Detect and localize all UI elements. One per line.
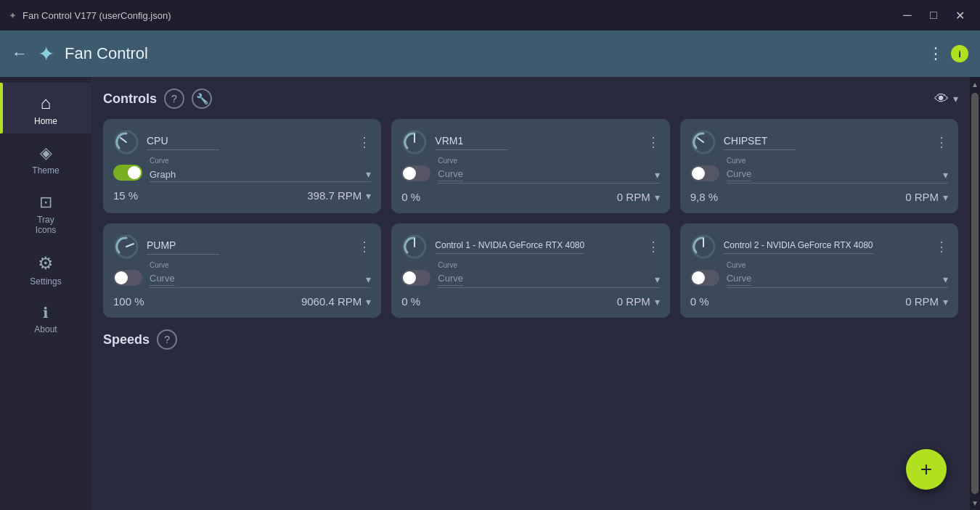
chipset-toggle[interactable] bbox=[690, 165, 719, 181]
vrm1-rpm: 0 RPM bbox=[617, 191, 650, 203]
pump-rpm: 9060.4 RPM bbox=[301, 295, 362, 308]
sidebar-item-theme[interactable]: ◈ Theme bbox=[0, 133, 91, 183]
controls-title: Controls bbox=[103, 91, 157, 107]
vrm1-more-button[interactable]: ⋮ bbox=[647, 134, 660, 150]
maximize-button[interactable]: □ bbox=[922, 4, 945, 27]
speeds-help-button[interactable]: ? bbox=[157, 329, 177, 350]
control2-percent: 0 % bbox=[690, 295, 709, 308]
chipset-curve-sublabel: Curve bbox=[727, 157, 746, 165]
control1-stats-row: 0 % 0 RPM ▾ bbox=[401, 295, 659, 308]
vrm1-card-top: VRM1 ⋮ bbox=[401, 129, 659, 155]
pump-card-top-left: PUMP bbox=[113, 234, 219, 260]
sidebar-item-home[interactable]: ⌂ Home bbox=[0, 83, 91, 133]
content-area: Controls ? 🔧 👁 ▾ bbox=[91, 77, 970, 510]
control2-rpm: 0 RPM bbox=[905, 295, 939, 308]
info-badge[interactable]: i bbox=[951, 45, 968, 62]
pump-curve-sublabel: Curve bbox=[150, 261, 169, 269]
control2-gauge-icon bbox=[690, 234, 716, 260]
control2-rpm-dropdown[interactable]: ▾ bbox=[943, 296, 948, 308]
pump-curve-value: Curve bbox=[150, 273, 175, 286]
cpu-stats-row: 15 % 398.7 RPM ▾ bbox=[113, 189, 371, 202]
scrollbar-up-button[interactable]: ▲ bbox=[970, 77, 980, 91]
cpu-curve-value: Graph bbox=[150, 169, 176, 180]
control1-gauge-icon bbox=[401, 234, 428, 260]
pump-gauge-icon bbox=[113, 234, 139, 260]
pump-stats-row: 100 % 9060.4 RPM ▾ bbox=[113, 295, 371, 308]
close-button[interactable]: ✕ bbox=[948, 4, 971, 27]
vrm1-toggle[interactable] bbox=[401, 165, 430, 181]
minimize-button[interactable]: ─ bbox=[896, 4, 919, 27]
scrollbar-thumb[interactable] bbox=[971, 93, 979, 494]
control1-card-name: Control 1 - NVIDIA GeForce RTX 4080 bbox=[435, 240, 584, 254]
pump-card: PUMP ⋮ Curve Curve ▾ bbox=[103, 223, 381, 318]
control2-toggle[interactable] bbox=[690, 270, 719, 286]
vrm1-curve-sublabel: Curve bbox=[438, 157, 457, 165]
control1-more-button[interactable]: ⋮ bbox=[647, 239, 660, 255]
chipset-more-button[interactable]: ⋮ bbox=[935, 134, 948, 150]
controls-help-button[interactable]: ? bbox=[164, 89, 184, 109]
sidebar-item-about[interactable]: ℹ About bbox=[0, 294, 91, 342]
vrm1-curve-dropdown[interactable]: ▾ bbox=[655, 169, 660, 181]
cpu-rpm-area: 398.7 RPM ▾ bbox=[307, 189, 371, 202]
controls-header-right: 👁 ▾ bbox=[934, 91, 958, 107]
cpu-more-button[interactable]: ⋮ bbox=[358, 134, 371, 150]
vrm1-rpm-area: 0 RPM ▾ bbox=[617, 191, 660, 203]
control2-card-name: Control 2 - NVIDIA GeForce RTX 4080 bbox=[724, 240, 873, 254]
control1-rpm-dropdown[interactable]: ▾ bbox=[655, 296, 660, 308]
more-options-button[interactable]: ⋮ bbox=[928, 44, 944, 63]
chipset-rpm-dropdown[interactable]: ▾ bbox=[943, 192, 948, 203]
sidebar-label-settings: Settings bbox=[30, 276, 61, 287]
cpu-toggle[interactable] bbox=[113, 165, 142, 181]
vrm1-curve-value: Curve bbox=[438, 168, 463, 181]
scrollbar-down-button[interactable]: ▼ bbox=[970, 495, 980, 510]
settings-icon: ⚙ bbox=[38, 253, 54, 273]
controls-section-header: Controls ? 🔧 👁 ▾ bbox=[103, 89, 958, 109]
pump-percent: 100 % bbox=[113, 295, 144, 308]
cpu-rpm-dropdown[interactable]: ▾ bbox=[366, 190, 371, 202]
sidebar-item-tray-icons[interactable]: ⊡ TrayIcons bbox=[0, 183, 91, 243]
pump-curve-dropdown[interactable]: ▾ bbox=[366, 273, 371, 285]
control1-toggle[interactable] bbox=[401, 270, 430, 286]
control1-curve-row: Curve Curve ▾ bbox=[401, 267, 659, 288]
chipset-card: CHIPSET ⋮ Curve Curve ▾ bbox=[680, 119, 958, 213]
control2-rpm-area: 0 RPM ▾ bbox=[905, 295, 948, 308]
speeds-section-header: Speeds ? bbox=[103, 329, 958, 350]
title-bar-controls: ─ □ ✕ bbox=[896, 4, 971, 27]
control2-card-top-left: Control 2 - NVIDIA GeForce RTX 4080 bbox=[690, 234, 873, 260]
controls-settings-button[interactable]: 🔧 bbox=[192, 89, 212, 109]
pump-more-button[interactable]: ⋮ bbox=[358, 239, 371, 255]
cpu-card-name: CPU bbox=[147, 135, 219, 150]
control2-stats-row: 0 % 0 RPM ▾ bbox=[690, 295, 948, 308]
chipset-curve-dropdown[interactable]: ▾ bbox=[943, 169, 948, 181]
sidebar-label-home: Home bbox=[34, 116, 57, 126]
window-title: Fan Control V177 (userConfig.json) bbox=[23, 10, 171, 21]
add-fab-button[interactable]: + bbox=[906, 449, 947, 490]
control1-rpm-area: 0 RPM ▾ bbox=[617, 295, 660, 308]
title-bar-left: ✦ Fan Control V177 (userConfig.json) bbox=[9, 10, 171, 21]
control2-curve-sublabel: Curve bbox=[727, 261, 746, 269]
pump-rpm-dropdown[interactable]: ▾ bbox=[366, 296, 371, 308]
visibility-toggle-button[interactable]: 👁 bbox=[934, 91, 949, 107]
cpu-curve-dropdown[interactable]: ▾ bbox=[366, 168, 371, 180]
back-button[interactable]: ← bbox=[12, 44, 28, 63]
help-icon: ? bbox=[171, 93, 177, 104]
control1-rpm: 0 RPM bbox=[617, 295, 650, 308]
controls-dropdown-arrow[interactable]: ▾ bbox=[953, 93, 958, 104]
cpu-gauge-icon bbox=[113, 129, 139, 155]
wrench-icon: 🔧 bbox=[196, 93, 208, 104]
pump-toggle[interactable] bbox=[113, 270, 142, 286]
control2-more-button[interactable]: ⋮ bbox=[935, 239, 948, 255]
control2-curve-dropdown[interactable]: ▾ bbox=[943, 273, 948, 285]
control1-nvidia-card: Control 1 - NVIDIA GeForce RTX 4080 ⋮ Cu… bbox=[391, 223, 669, 318]
vrm1-rpm-dropdown[interactable]: ▾ bbox=[655, 192, 660, 203]
control2-toggle-knob bbox=[692, 271, 705, 284]
control1-curve-dropdown[interactable]: ▾ bbox=[655, 273, 660, 285]
sidebar-item-settings[interactable]: ⚙ Settings bbox=[0, 243, 91, 294]
vrm1-gauge-icon bbox=[401, 129, 428, 155]
app-header: ← ✦ Fan Control ⋮ i bbox=[0, 30, 980, 77]
chipset-curve-value: Curve bbox=[727, 168, 752, 181]
svg-line-7 bbox=[126, 244, 134, 247]
main-layout: ⌂ Home ◈ Theme ⊡ TrayIcons ⚙ Settings ℹ … bbox=[0, 77, 980, 510]
tray-icons-icon: ⊡ bbox=[39, 193, 52, 212]
vrm1-curve-area: Curve Curve ▾ bbox=[438, 163, 659, 184]
